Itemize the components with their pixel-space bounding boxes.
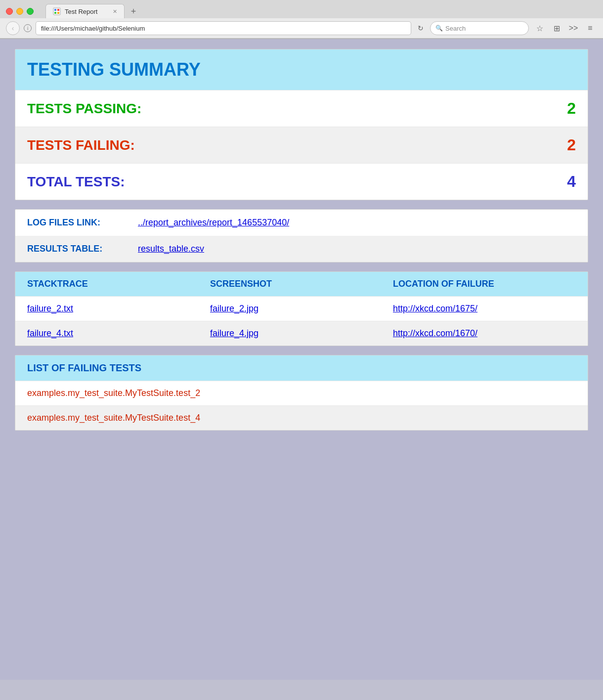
failing-row: TESTS FAILING: 2 <box>15 127 588 163</box>
page-content: TESTING SUMMARY TESTS PASSING: 2 TESTS F… <box>0 39 603 680</box>
url-text: file:///Users/michael/github/Selenium <box>41 25 145 32</box>
menu-icon[interactable]: ≡ <box>583 21 597 35</box>
screenshot-header: SCREENSHOT <box>210 279 393 289</box>
bookmark-icon[interactable]: ☆ <box>533 21 547 35</box>
summary-title: TESTING SUMMARY <box>27 59 201 80</box>
passing-label: TESTS PASSING: <box>27 101 141 117</box>
search-bar[interactable]: 🔍 Search <box>430 21 529 35</box>
log-files-label: LOG FILES LINK: <box>27 218 126 228</box>
screenshot-link-1[interactable]: failure_2.jpg <box>210 304 393 314</box>
failure-row-2: failure_4.txt failure_4.jpg http://xkcd.… <box>15 321 588 346</box>
summary-header: TESTING SUMMARY <box>15 49 588 90</box>
results-row: RESULTS TABLE: results_table.csv <box>15 236 588 262</box>
screenshot-link-2[interactable]: failure_4.jpg <box>210 328 393 339</box>
svg-rect-4 <box>57 12 59 14</box>
new-tab-button[interactable]: + <box>127 4 140 18</box>
reload-button[interactable]: ↻ <box>415 23 426 34</box>
info-button[interactable]: i <box>24 24 32 32</box>
svg-rect-2 <box>57 9 59 11</box>
close-button[interactable] <box>6 8 13 15</box>
back-button[interactable]: ‹ <box>6 21 20 35</box>
failures-card: STACKTRACE SCREENSHOT LOCATION OF FAILUR… <box>15 271 588 346</box>
active-tab[interactable]: Test Report ✕ <box>45 4 125 18</box>
location-link-2[interactable]: http://xkcd.com/1670/ <box>393 328 576 339</box>
total-label: TOTAL TESTS: <box>27 174 125 190</box>
reload-icon: ↻ <box>418 24 424 32</box>
traffic-lights <box>6 8 34 15</box>
tab-bar: Test Report ✕ + <box>45 4 140 18</box>
search-icon: 🔍 <box>435 25 443 32</box>
failing-test-1: examples.my_test_suite.MyTestSuite.test_… <box>15 381 588 405</box>
failing-list-card: LIST OF FAILING TESTS examples.my_test_s… <box>15 355 588 431</box>
failing-value: 2 <box>567 136 576 154</box>
maximize-button[interactable] <box>27 8 34 15</box>
tab-close-icon[interactable]: ✕ <box>113 8 117 15</box>
nav-actions: ☆ ⊞ >> ≡ <box>533 21 597 35</box>
tab-title: Test Report <box>65 8 97 15</box>
nav-bar: ‹ i file:///Users/michael/github/Seleniu… <box>0 18 603 39</box>
failing-test-2: examples.my_test_suite.MyTestSuite.test_… <box>15 405 588 430</box>
log-files-row: LOG FILES LINK: ../report_archives/repor… <box>15 210 588 236</box>
reader-icon[interactable]: ⊞ <box>550 21 563 35</box>
stacktrace-link-1[interactable]: failure_2.txt <box>27 304 210 314</box>
tab-icon <box>53 7 61 15</box>
failing-label: TESTS FAILING: <box>27 137 135 153</box>
title-bar: Test Report ✕ + <box>0 0 603 18</box>
url-bar[interactable]: file:///Users/michael/github/Selenium <box>36 21 411 35</box>
summary-card: TESTING SUMMARY TESTS PASSING: 2 TESTS F… <box>15 49 588 200</box>
links-card: LOG FILES LINK: ../report_archives/repor… <box>15 209 588 262</box>
location-link-1[interactable]: http://xkcd.com/1675/ <box>393 304 576 314</box>
failing-list-header: LIST OF FAILING TESTS <box>15 355 588 381</box>
svg-rect-1 <box>54 9 56 11</box>
stacktrace-header: STACKTRACE <box>27 279 210 289</box>
total-row: TOTAL TESTS: 4 <box>15 163 588 200</box>
svg-rect-3 <box>54 12 56 14</box>
failure-row-1: failure_2.txt failure_2.jpg http://xkcd.… <box>15 296 588 321</box>
results-link[interactable]: results_table.csv <box>138 244 204 254</box>
failures-header-row: STACKTRACE SCREENSHOT LOCATION OF FAILUR… <box>15 272 588 296</box>
results-label: RESULTS TABLE: <box>27 244 126 254</box>
browser-chrome: Test Report ✕ + ‹ i file:///Users/michae… <box>0 0 603 39</box>
location-header: LOCATION OF FAILURE <box>393 279 576 289</box>
stacktrace-link-2[interactable]: failure_4.txt <box>27 328 210 339</box>
search-placeholder: Search <box>445 25 466 32</box>
log-files-link[interactable]: ../report_archives/report_1465537040/ <box>138 218 289 228</box>
back-icon: ‹ <box>12 24 14 32</box>
total-value: 4 <box>567 173 576 191</box>
passing-row: TESTS PASSING: 2 <box>15 90 588 127</box>
info-icon: i <box>27 26 28 31</box>
extensions-icon[interactable]: >> <box>566 21 580 35</box>
minimize-button[interactable] <box>16 8 23 15</box>
passing-value: 2 <box>567 99 576 118</box>
